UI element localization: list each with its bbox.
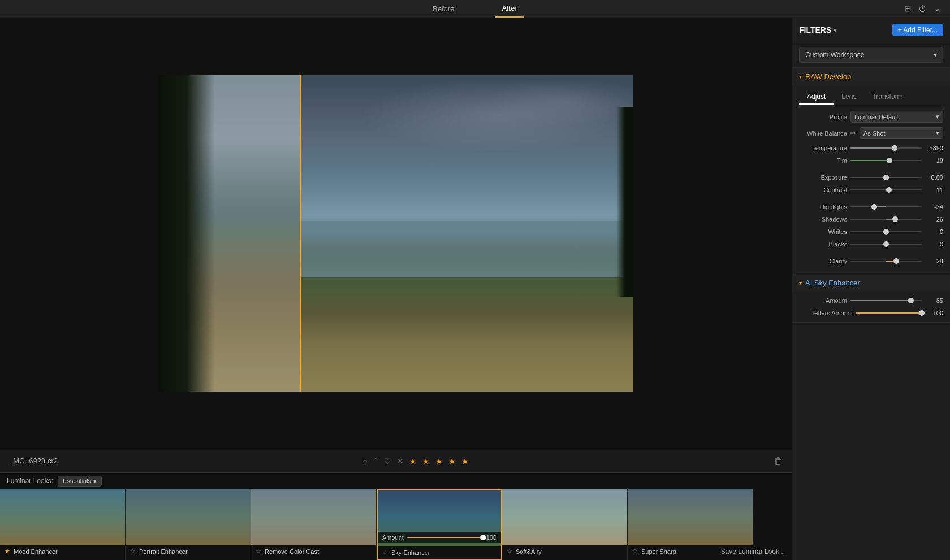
shadows-label: Shadows	[799, 216, 847, 223]
star-5[interactable]: ★	[461, 457, 469, 466]
sky-amount-slider[interactable]	[850, 296, 922, 305]
film-label-row-mood: ★ Mood Enhancer	[0, 545, 125, 557]
amount-slider[interactable]	[407, 537, 483, 538]
highlights-slider[interactable]	[850, 202, 922, 211]
filters-amount-fill	[856, 312, 922, 314]
contrast-row: Contrast 11	[799, 185, 943, 194]
history-icon[interactable]: ⏱	[918, 4, 927, 14]
heart-icon[interactable]: ♡	[384, 457, 391, 466]
divider-line[interactable]	[300, 75, 301, 392]
layers-icon[interactable]: ⊞	[904, 3, 912, 14]
star-2[interactable]: ★	[422, 457, 430, 466]
temperature-slider[interactable]	[850, 144, 922, 153]
star-1[interactable]: ★	[409, 457, 417, 466]
whites-slider[interactable]	[850, 227, 922, 236]
exposure-slider[interactable]	[850, 173, 922, 182]
exposure-label: Exposure	[799, 174, 847, 181]
workspace-btn[interactable]: Custom Workspace ▾	[799, 47, 943, 63]
caret-up-icon[interactable]: ⌃	[373, 457, 378, 465]
center-area: _MG_6923.cr2 ○ ⌃ ♡ ✕ ★ ★ ★ ★ ★ 🗑 Luminar…	[0, 18, 792, 560]
raw-develop-content: Adjust Lens Transform Profile Luminar De…	[792, 85, 950, 274]
photo-canvas	[158, 75, 633, 392]
contrast-slider[interactable]	[850, 185, 922, 194]
filters-amount-thumb	[919, 310, 925, 316]
film-label-row-soft: ☆ Soft&Airy	[502, 545, 627, 557]
rating-bar: ○ ⌃ ♡ ✕ ★ ★ ★ ★ ★	[58, 457, 774, 466]
temperature-fill	[850, 147, 895, 149]
blacks-thumb	[883, 241, 889, 247]
shadows-thumb	[892, 216, 898, 222]
star-4[interactable]: ★	[448, 457, 456, 466]
caret-icon[interactable]: ⌄	[934, 3, 941, 14]
filters-chevron-icon: ▾	[834, 27, 837, 34]
left-trees	[158, 75, 215, 392]
film-label-soft: Soft&Airy	[516, 548, 542, 555]
film-star-sharp[interactable]: ☆	[632, 548, 638, 555]
film-item-sky[interactable]: Amount 100 ☆ Sky Enhancer	[377, 489, 502, 560]
before-btn[interactable]: Before	[426, 0, 461, 18]
film-star-remove[interactable]: ☆	[256, 548, 261, 555]
star-3[interactable]: ★	[435, 457, 443, 466]
film-item-soft[interactable]: ☆ Soft&Airy	[502, 489, 628, 560]
highlights-label: Highlights	[799, 203, 847, 210]
filters-amount-label: Filters Amount	[799, 310, 853, 316]
film-label-mood: Mood Enhancer	[14, 548, 58, 555]
film-star-portrait[interactable]: ☆	[130, 548, 136, 555]
ai-sky-section: ▾ AI Sky Enhancer Amount 85	[792, 274, 950, 323]
ai-sky-header[interactable]: ▾ AI Sky Enhancer	[792, 274, 950, 292]
film-item-portrait[interactable]: ☆ Portrait Enhancer	[126, 489, 251, 560]
trash-icon[interactable]: 🗑	[774, 456, 783, 466]
raw-develop-title: RAW Develop	[805, 72, 851, 81]
temperature-label: Temperature	[799, 145, 847, 151]
clarity-label: Clarity	[799, 258, 847, 264]
film-star-soft[interactable]: ☆	[507, 548, 512, 555]
x-icon[interactable]: ✕	[397, 457, 404, 466]
after-btn[interactable]: After	[495, 0, 524, 18]
whites-label: Whites	[799, 228, 847, 235]
essentials-btn[interactable]: Essentials ▾	[58, 476, 102, 487]
chevron-down-icon: ▾	[93, 477, 97, 485]
tab-adjust[interactable]: Adjust	[799, 90, 834, 105]
wb-label: White Balance	[799, 130, 847, 137]
image-viewer	[0, 18, 792, 449]
main-layout: _MG_6923.cr2 ○ ⌃ ♡ ✕ ★ ★ ★ ★ ★ 🗑 Luminar…	[0, 18, 950, 560]
blacks-label: Blacks	[799, 241, 847, 248]
contrast-value: 11	[925, 186, 943, 193]
whites-value: 0	[925, 228, 943, 235]
exposure-thumb	[883, 175, 889, 180]
shadows-slider[interactable]	[850, 215, 922, 224]
add-filter-btn[interactable]: + Add Filter...	[892, 24, 943, 36]
tint-slider[interactable]	[850, 156, 922, 165]
film-star-sky[interactable]: ☆	[382, 549, 388, 556]
raw-develop-header[interactable]: ▾ RAW Develop	[792, 68, 950, 85]
contrast-thumb	[886, 187, 892, 193]
circle-icon[interactable]: ○	[362, 457, 367, 466]
filename: _MG_6923.cr2	[9, 457, 58, 465]
film-thumb-soft	[502, 489, 627, 545]
sky-amount-value: 85	[925, 297, 943, 304]
ai-sky-arrow: ▾	[799, 280, 802, 286]
tab-transform[interactable]: Transform	[864, 90, 910, 105]
filters-amount-value: 100	[925, 310, 943, 316]
filters-amount-row: Filters Amount 100	[799, 309, 943, 318]
profile-select[interactable]: Luminar Default ▾	[850, 111, 943, 123]
film-item-mood[interactable]: ★ Mood Enhancer	[0, 489, 126, 560]
wb-picker-icon[interactable]: ✏	[850, 129, 856, 137]
film-item-remove[interactable]: ☆ Remove Color Cast	[251, 489, 377, 560]
tab-lens[interactable]: Lens	[834, 90, 864, 105]
sky-amount-label: Amount	[799, 297, 847, 304]
luminar-looks-label: Luminar Looks:	[7, 477, 53, 485]
filters-amount-slider[interactable]	[856, 309, 922, 318]
photo-image	[158, 75, 633, 392]
film-thumb-sharp	[628, 489, 753, 545]
ai-sky-content: Amount 85 Filters Amount	[792, 292, 950, 322]
film-thumb-mood	[0, 489, 125, 545]
film-star-mood[interactable]: ★	[5, 548, 10, 555]
blacks-slider[interactable]	[850, 240, 922, 249]
film-label-row-portrait: ☆ Portrait Enhancer	[126, 545, 251, 557]
highlights-value: -34	[925, 203, 943, 210]
clarity-slider[interactable]	[850, 257, 922, 266]
wb-select[interactable]: As Shot ▾	[860, 127, 943, 139]
save-look-btn[interactable]: Save Luminar Look...	[721, 548, 785, 555]
exposure-value: 0.00	[925, 174, 943, 181]
